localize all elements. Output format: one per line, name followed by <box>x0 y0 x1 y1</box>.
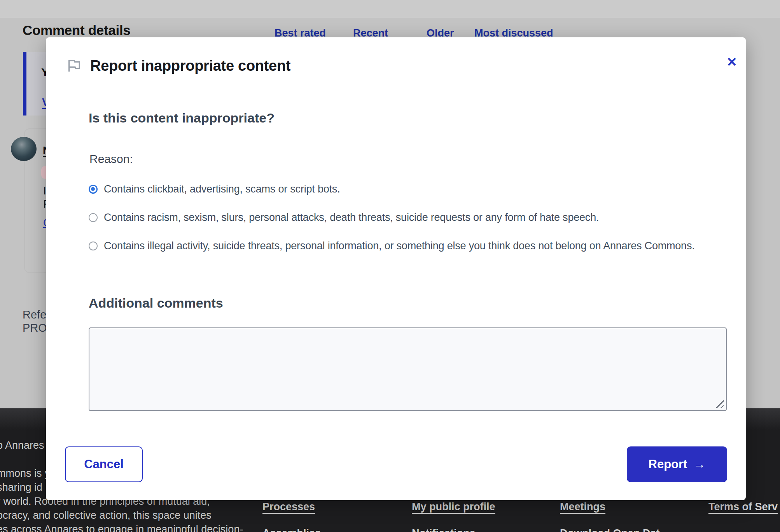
page-title: Comment details <box>23 23 131 38</box>
footer-link-terms-of-service[interactable]: Terms of Serv <box>708 501 778 513</box>
footer-about-line: ocracy, and collective action, this spac… <box>0 509 212 522</box>
radio-unselected-icon[interactable] <box>89 242 98 250</box>
reason-option-label: Contains racism, sexism, slurs, personal… <box>104 212 599 223</box>
top-band <box>0 0 780 18</box>
footer-link-meetings[interactable]: Meetings <box>560 501 605 513</box>
dialog-question: Is this content inappropriate? <box>89 110 275 126</box>
radio-unselected-icon[interactable] <box>89 213 98 222</box>
reason-label: Reason: <box>89 152 133 166</box>
reason-option-2[interactable]: Contains racism, sexism, slurs, personal… <box>89 210 730 225</box>
footer-link-notifications[interactable]: Notifications <box>412 527 476 532</box>
report-button-label: Report <box>649 457 687 471</box>
reason-option-1[interactable]: Contains clickbait, advertising, scams o… <box>89 182 730 196</box>
arrow-right-icon: → <box>693 457 705 471</box>
reason-option-label: Contains clickbait, advertising, scams o… <box>104 183 340 195</box>
flag-icon <box>66 58 82 74</box>
reason-option-3[interactable]: Contains illegal activity, suicide threa… <box>89 239 730 253</box>
report-dialog: Report inappropriate content ✕ Is this c… <box>46 37 746 500</box>
footer-link-assemblies[interactable]: Assemblies <box>262 527 321 532</box>
close-icon[interactable]: ✕ <box>722 52 742 72</box>
footer-about-line: sharing id <box>0 481 42 494</box>
reason-option-label: Contains illegal activity, suicide threa… <box>104 240 695 252</box>
footer-link-processes[interactable]: Processes <box>262 501 315 513</box>
report-button[interactable]: Report→ <box>627 446 727 482</box>
user-avatar[interactable] <box>11 137 37 161</box>
footer-about-line: es across Annares to engage in meaningfu… <box>0 523 243 532</box>
cancel-button[interactable]: Cancel <box>65 446 143 482</box>
footer-about-line: mmons is y <box>0 467 50 480</box>
additional-comments-input[interactable] <box>89 327 727 411</box>
radio-selected-icon[interactable] <box>89 185 98 194</box>
footer-link-my-public-profile[interactable]: My public profile <box>412 501 495 513</box>
dialog-title: Report inappropriate content <box>90 58 290 74</box>
additional-comments-label: Additional comments <box>89 296 223 311</box>
footer-link-download-open-data[interactable]: Download Open Dat <box>560 527 660 532</box>
reason-options: Contains clickbait, advertising, scams o… <box>89 182 730 267</box>
